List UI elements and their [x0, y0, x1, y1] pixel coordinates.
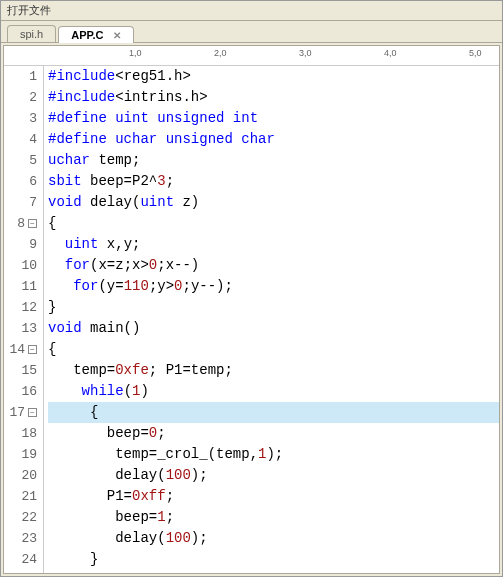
token-num: 0xfe — [115, 362, 149, 378]
gutter-line: 3 — [4, 108, 37, 129]
code-line[interactable]: while(1) — [48, 381, 499, 402]
token-id — [157, 131, 165, 147]
token-id — [107, 110, 115, 126]
tab-spi-h[interactable]: spi.h — [7, 25, 56, 42]
token-id: ); — [266, 446, 283, 462]
gutter-line: 21 — [4, 486, 37, 507]
token-kw: for — [65, 257, 90, 273]
gutter-line: 11 — [4, 276, 37, 297]
code-line[interactable]: #include<reg51.h> — [48, 66, 499, 87]
token-num: 0xff — [132, 488, 166, 504]
line-number: 4 — [29, 129, 37, 150]
code-line[interactable]: { — [48, 213, 499, 234]
editor-window: 打开文件 spi.h APP.C ✕ 1,02,03,04,05,0 12345… — [0, 0, 503, 577]
code-line[interactable]: void main() — [48, 318, 499, 339]
token-id — [48, 257, 65, 273]
code-line[interactable]: for(x=z;x>0;x--) — [48, 255, 499, 276]
token-id: ) — [140, 383, 148, 399]
code-line[interactable]: delay(100); — [48, 465, 499, 486]
gutter-line: 12 — [4, 297, 37, 318]
line-number: 3 — [29, 108, 37, 129]
code-area[interactable]: 12345678−91011121314−151617−181920212223… — [4, 66, 499, 573]
code-line[interactable]: delay(100); — [48, 528, 499, 549]
fold-icon[interactable]: − — [28, 408, 37, 417]
code-line[interactable]: temp=_crol_(temp,1); — [48, 444, 499, 465]
gutter-line: 14− — [4, 339, 37, 360]
token-id — [48, 383, 82, 399]
token-id: } — [48, 551, 98, 567]
gutter-line: 2 — [4, 87, 37, 108]
token-id: ); — [191, 467, 208, 483]
gutter-line: 6 — [4, 171, 37, 192]
token-pp: #include — [48, 89, 115, 105]
gutter-line: 24 — [4, 549, 37, 570]
line-number: 18 — [21, 423, 37, 444]
tab-bar: spi.h APP.C ✕ — [1, 21, 502, 43]
gutter-line: 4 — [4, 129, 37, 150]
close-icon[interactable]: ✕ — [113, 30, 121, 41]
token-ppname: intrins.h — [124, 89, 200, 105]
token-id: { — [48, 404, 98, 420]
token-id: (y= — [98, 278, 123, 294]
token-id: } — [48, 299, 56, 315]
line-number: 1 — [29, 66, 37, 87]
token-id: temp=_crol_(temp, — [48, 446, 258, 462]
token-id — [107, 131, 115, 147]
code-line[interactable]: temp=0xfe; P1=temp; — [48, 360, 499, 381]
gutter-line: 15 — [4, 360, 37, 381]
token-kw: for — [73, 278, 98, 294]
fold-icon[interactable]: − — [28, 219, 37, 228]
token-id: beep= — [48, 425, 149, 441]
token-id: ; P1=temp; — [149, 362, 233, 378]
line-number: 16 — [21, 381, 37, 402]
ruler-tick: 4,0 — [384, 48, 397, 58]
token-id: ; — [157, 425, 165, 441]
code-line[interactable]: } — [48, 297, 499, 318]
code-line[interactable]: { — [48, 339, 499, 360]
token-id: (x=z;x> — [90, 257, 149, 273]
token-kw: unsigned int — [157, 110, 258, 126]
line-number: 14 — [9, 339, 25, 360]
code-line[interactable]: beep=1; — [48, 507, 499, 528]
line-number: 7 — [29, 192, 37, 213]
line-number: 19 — [21, 444, 37, 465]
fold-icon[interactable]: − — [28, 345, 37, 354]
token-macro: uchar — [115, 131, 157, 147]
token-kw: while — [82, 383, 124, 399]
token-macro: uint — [115, 110, 149, 126]
token-id: { — [48, 341, 56, 357]
token-op: < — [115, 89, 123, 105]
code-line[interactable]: { — [48, 402, 499, 423]
code-line[interactable]: #define uchar unsigned char — [48, 129, 499, 150]
code-line[interactable]: #include<intrins.h> — [48, 87, 499, 108]
code-line[interactable]: } — [48, 549, 499, 570]
code-line[interactable]: beep=0; — [48, 423, 499, 444]
token-id: ( — [124, 383, 132, 399]
gutter-line: 16 — [4, 381, 37, 402]
token-id: x,y; — [98, 236, 140, 252]
code-line[interactable]: for(y=110;y>0;y--); — [48, 276, 499, 297]
token-id: ; — [166, 173, 174, 189]
token-op: > — [199, 89, 207, 105]
token-id: ;y> — [149, 278, 174, 294]
code-line[interactable]: void delay(uint z) — [48, 192, 499, 213]
code-line[interactable]: P1=0xff; — [48, 486, 499, 507]
line-number: 21 — [21, 486, 37, 507]
tab-app-c[interactable]: APP.C ✕ — [58, 26, 133, 43]
code-line[interactable]: sbit beep=P2^3; — [48, 171, 499, 192]
code-content[interactable]: #include<reg51.h>#include<intrins.h>#def… — [44, 66, 499, 573]
token-id: delay( — [82, 194, 141, 210]
gutter-line: 23 — [4, 528, 37, 549]
code-line[interactable]: #define uint unsigned int — [48, 108, 499, 129]
code-line[interactable]: uchar temp; — [48, 150, 499, 171]
token-id: ); — [191, 530, 208, 546]
gutter-line: 9 — [4, 234, 37, 255]
code-line[interactable]: uint x,y; — [48, 234, 499, 255]
line-number: 24 — [21, 549, 37, 570]
line-number: 6 — [29, 171, 37, 192]
token-id: main() — [82, 320, 141, 336]
token-num: 110 — [124, 278, 149, 294]
tab-label: APP.C — [71, 29, 103, 41]
token-pp: #define — [48, 110, 107, 126]
gutter-line: 8− — [4, 213, 37, 234]
